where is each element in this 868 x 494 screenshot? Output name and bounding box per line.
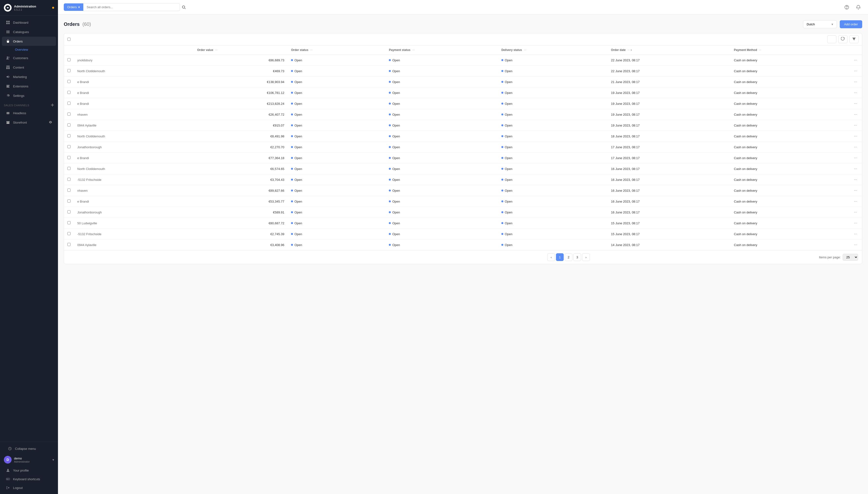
gear-icon bbox=[6, 93, 10, 98]
order-date-cell: 15 June 2023, 08:17 bbox=[608, 218, 731, 229]
row-more-button[interactable]: ··· bbox=[852, 145, 858, 150]
order-status-cell: Open bbox=[288, 174, 385, 185]
sidebar-item-headless[interactable]: Headless bbox=[2, 109, 56, 118]
filter-button[interactable] bbox=[849, 35, 858, 43]
payment-status-cell: Open bbox=[385, 131, 498, 142]
row-more-button[interactable]: ··· bbox=[852, 123, 858, 128]
keyboard-shortcuts-button[interactable]: Keyboard shortcuts bbox=[2, 475, 56, 483]
sidebar-item-settings[interactable]: Settings bbox=[2, 91, 56, 100]
row-checkbox[interactable] bbox=[68, 221, 71, 224]
row-more-button[interactable]: ··· bbox=[852, 221, 858, 226]
sidebar-subitem-overview[interactable]: Overview bbox=[11, 46, 58, 53]
logout-button[interactable]: Logout bbox=[2, 483, 56, 492]
header-actions: Dutch ▾ Add order bbox=[803, 20, 862, 28]
row-checkbox[interactable] bbox=[68, 124, 71, 127]
row-checkbox[interactable] bbox=[68, 58, 71, 61]
user-menu[interactable]: D demo Administrator ▾ bbox=[2, 453, 56, 466]
sidebar-item-extensions[interactable]: Extensions bbox=[2, 82, 56, 91]
sidebar-item-catalogues[interactable]: Catalogues bbox=[2, 27, 56, 36]
row-checkbox[interactable] bbox=[68, 167, 71, 170]
order-value-cell: €53,345.77 bbox=[194, 196, 288, 207]
row-more-button[interactable]: ··· bbox=[852, 57, 858, 63]
orders-filter-button[interactable]: Orders ▾ bbox=[64, 3, 83, 11]
sidebar-item-customers[interactable]: Customers bbox=[2, 53, 56, 62]
search-group: Orders ▾ bbox=[64, 3, 233, 11]
order-value-cell: €138,903.94 bbox=[194, 77, 288, 88]
row-checkbox[interactable] bbox=[68, 178, 71, 181]
payment-status-column-header[interactable]: Payment status ⋯ bbox=[385, 45, 498, 55]
collapse-menu-button[interactable]: Collapse menu bbox=[4, 444, 54, 453]
row-checkbox[interactable] bbox=[68, 91, 71, 94]
row-checkbox[interactable] bbox=[68, 134, 71, 137]
order-value-column-header[interactable]: Order value ⋯ bbox=[194, 45, 288, 55]
row-checkbox[interactable] bbox=[68, 69, 71, 72]
row-more-button[interactable]: ··· bbox=[852, 177, 858, 182]
row-more-button[interactable]: ··· bbox=[852, 199, 858, 204]
refresh-button[interactable] bbox=[838, 35, 848, 43]
user-name: demo bbox=[14, 457, 30, 460]
row-more-button[interactable]: ··· bbox=[852, 101, 858, 106]
add-order-button[interactable]: Add order bbox=[840, 20, 862, 28]
sidebar-item-storefront[interactable]: Storefront bbox=[2, 118, 56, 127]
row-checkbox[interactable] bbox=[68, 156, 71, 159]
row-more-button[interactable]: ··· bbox=[852, 90, 858, 95]
help-icon[interactable] bbox=[843, 3, 851, 11]
row-more-button[interactable]: ··· bbox=[852, 79, 858, 84]
select-all-checkbox[interactable] bbox=[68, 38, 71, 41]
row-checkbox[interactable] bbox=[68, 102, 71, 105]
delivery-status-column-header[interactable]: Delivery status ⋯ bbox=[498, 45, 608, 55]
row-checkbox[interactable] bbox=[68, 113, 71, 116]
notifications-icon[interactable] bbox=[854, 3, 862, 11]
row-more-button[interactable]: ··· bbox=[852, 155, 858, 160]
row-more-button[interactable]: ··· bbox=[852, 112, 858, 117]
sidebar-item-label: Orders bbox=[13, 40, 23, 43]
prev-page-button[interactable]: ‹ bbox=[547, 253, 555, 261]
per-page-select[interactable]: 25 50 100 bbox=[843, 254, 858, 261]
row-checkbox[interactable] bbox=[68, 243, 71, 246]
search-input[interactable] bbox=[83, 3, 180, 11]
sidebar-item-label: Storefront bbox=[13, 121, 27, 124]
row-more-button[interactable]: ··· bbox=[852, 231, 858, 236]
row-checkbox[interactable] bbox=[68, 80, 71, 83]
order-status-cell: Open bbox=[288, 240, 385, 250]
row-checkbox[interactable] bbox=[68, 145, 71, 148]
table-row: Jonathonborough €589.91 Open Open Open 1… bbox=[64, 207, 862, 218]
sidebar-item-marketing[interactable]: Marketing bbox=[2, 72, 56, 81]
row-more-button[interactable]: ··· bbox=[852, 166, 858, 171]
order-date-cell: 16 June 2023, 08:17 bbox=[608, 174, 731, 185]
add-sales-channel-button[interactable] bbox=[51, 103, 54, 107]
page-1-button[interactable]: 1 bbox=[556, 253, 564, 261]
sidebar-item-orders[interactable]: Orders bbox=[2, 37, 56, 46]
row-checkbox[interactable] bbox=[68, 232, 71, 235]
column-settings-button[interactable] bbox=[827, 35, 836, 43]
your-profile-button[interactable]: Your profile bbox=[2, 466, 56, 475]
row-checkbox[interactable] bbox=[68, 200, 71, 203]
row-more-button[interactable]: ··· bbox=[852, 242, 858, 247]
order-date-column-header[interactable]: Order date ⋯ ▾ bbox=[608, 45, 731, 55]
channel-selector[interactable]: Dutch ▾ bbox=[803, 20, 837, 28]
pagination-bar: ‹ 1 2 3 › Items per page: 25 50 100 bbox=[64, 250, 862, 264]
row-checkbox-cell bbox=[64, 174, 74, 185]
sidebar-item-label: Content bbox=[13, 66, 24, 69]
row-more-button[interactable]: ··· bbox=[852, 68, 858, 74]
page-3-button[interactable]: 3 bbox=[573, 253, 581, 261]
table-row: -5132 Fritschside €2,745.39 Open Open Op… bbox=[64, 229, 862, 240]
row-more-button[interactable]: ··· bbox=[852, 134, 858, 139]
sidebar-item-dashboard[interactable]: Dashboard bbox=[2, 18, 56, 27]
order-status-cell: Open bbox=[288, 88, 385, 98]
page-2-button[interactable]: 2 bbox=[565, 253, 572, 261]
chevron-down-icon: ▾ bbox=[78, 5, 80, 9]
sidebar-item-content[interactable]: Content bbox=[2, 63, 56, 72]
payment-method-column-header[interactable]: Payment Method ⋯ bbox=[731, 45, 849, 55]
row-more-button[interactable]: ··· bbox=[852, 188, 858, 193]
row-checkbox[interactable] bbox=[68, 189, 71, 192]
search-icon[interactable] bbox=[180, 3, 188, 11]
next-page-button[interactable]: › bbox=[582, 253, 590, 261]
row-checkbox[interactable] bbox=[68, 210, 71, 213]
svg-rect-2 bbox=[8, 21, 10, 22]
payment-method-cell: Cash on delivery bbox=[731, 240, 849, 250]
order-status-column-header[interactable]: Order status ⋯ bbox=[288, 45, 385, 55]
row-more-button[interactable]: ··· bbox=[852, 210, 858, 215]
payment-method-cell: Cash on delivery bbox=[731, 98, 849, 109]
svg-rect-14 bbox=[6, 478, 10, 480]
